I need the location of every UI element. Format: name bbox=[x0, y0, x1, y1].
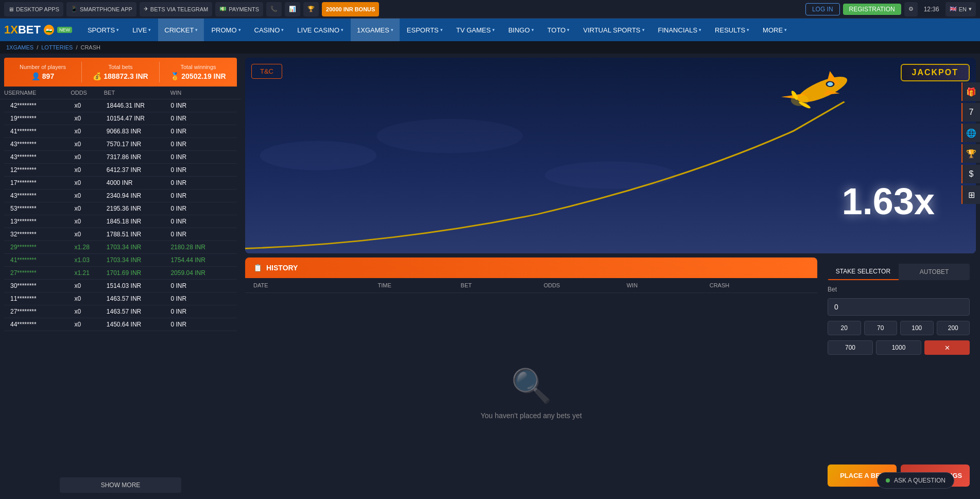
quick-bet-70[interactable]: 70 bbox=[864, 321, 898, 335]
chevron-down-icon: ▾ bbox=[747, 27, 749, 32]
cell-win: 0 INR bbox=[168, 295, 233, 302]
quick-bet-100[interactable]: 100 bbox=[900, 321, 934, 335]
nav-tv-games[interactable]: TV GAMES ▾ bbox=[450, 19, 501, 41]
nav-esports[interactable]: ESPORTS ▾ bbox=[401, 19, 449, 41]
widget-dollar[interactable]: $ bbox=[961, 165, 980, 183]
widget-grid[interactable]: ⊞ bbox=[961, 185, 980, 204]
widget-gift[interactable]: 🎁 bbox=[961, 82, 980, 101]
nav-1xgames[interactable]: 1XGAMES ▾ bbox=[351, 19, 400, 41]
bonus-btn[interactable]: 20000 INR BONUS bbox=[322, 2, 379, 16]
ask-question-label: ASK A QUESTION bbox=[894, 477, 945, 484]
quick-bet-1000[interactable]: 1000 bbox=[876, 340, 921, 355]
nav-cricket[interactable]: CRICKET ▾ bbox=[158, 19, 204, 41]
cell-username: 27******** bbox=[8, 269, 73, 277]
register-button[interactable]: REGISTRATION bbox=[843, 4, 901, 15]
chart-icon: 📊 bbox=[289, 6, 296, 12]
winnings-stat: Total winnings 🏅 20502.19 INR bbox=[160, 62, 237, 82]
cell-odds: x0 bbox=[73, 166, 105, 174]
settings-btn[interactable]: ⚙ bbox=[904, 2, 918, 16]
hist-col-odds: ODDS bbox=[544, 282, 627, 288]
desktop-apps-btn[interactable]: 🖥 DESKTOP APPS bbox=[4, 2, 63, 16]
nav-live-casino[interactable]: LIVE CASINO ▾ bbox=[291, 19, 350, 41]
chevron-down-icon: ▾ bbox=[969, 6, 972, 12]
cell-win: 2180.28 INR bbox=[168, 244, 233, 251]
language-selector[interactable]: 🇬🇧 EN ▾ bbox=[945, 2, 976, 16]
breadcrumb-lotteries[interactable]: LOTTERIES bbox=[41, 44, 73, 50]
tab-stake-selector[interactable]: STAKE SELECTOR bbox=[828, 264, 899, 280]
login-button[interactable]: LOG IN bbox=[805, 3, 840, 15]
cell-username: 41******** bbox=[8, 256, 73, 264]
cell-odds: x0 bbox=[73, 205, 105, 212]
chart-btn[interactable]: 📊 bbox=[285, 2, 300, 16]
cell-win: 0 INR bbox=[168, 179, 233, 186]
cell-bet: 18446.31 INR bbox=[105, 102, 169, 109]
history-empty: 🔍 You haven't placed any bets yet bbox=[245, 293, 817, 493]
ask-question-button[interactable]: ASK A QUESTION bbox=[877, 472, 954, 489]
show-more-button[interactable]: SHOW MORE bbox=[60, 477, 182, 493]
top-bar: 🖥 DESKTOP APPS 📱 SMARTPHONE APP ✈ BETS V… bbox=[0, 0, 980, 19]
nav-sports[interactable]: SPORTS ▾ bbox=[81, 19, 125, 41]
cell-username: 17******** bbox=[8, 179, 73, 186]
widget-seven[interactable]: 7 bbox=[961, 103, 980, 122]
quick-bets-row2: 700 1000 ✕ bbox=[828, 340, 970, 355]
cell-win: 2059.04 INR bbox=[168, 269, 233, 277]
multiplier-display: 1.63x bbox=[842, 180, 935, 222]
cell-bet: 6412.37 INR bbox=[105, 166, 169, 174]
nav-toto[interactable]: TOTO ▾ bbox=[541, 19, 576, 41]
nav-casino[interactable]: CASINO ▾ bbox=[248, 19, 290, 41]
phone-btn[interactable]: 📞 bbox=[266, 2, 282, 16]
india-flag-badge: 🇮🇳 bbox=[44, 25, 54, 35]
cell-username: 43******** bbox=[8, 192, 73, 199]
cell-odds: x0 bbox=[73, 141, 105, 148]
tab-autobet[interactable]: AUTOBET bbox=[899, 264, 970, 280]
quick-bet-20[interactable]: 20 bbox=[828, 321, 861, 335]
bets-label: Total bets bbox=[86, 64, 155, 70]
table-row: 42******** x0 18446.31 INR 0 INR bbox=[4, 99, 237, 112]
quick-bet-200[interactable]: 200 bbox=[937, 321, 970, 335]
cell-win: 0 INR bbox=[168, 205, 233, 212]
nav-financials[interactable]: FINANCIALS ▾ bbox=[652, 19, 708, 41]
cell-username: 43******** bbox=[8, 153, 73, 161]
cell-bet: 1703.34 INR bbox=[105, 244, 169, 251]
nav-virtual-sports[interactable]: VIRTUAL SPORTS ▾ bbox=[577, 19, 650, 41]
smartphone-app-btn[interactable]: 📱 SMARTPHONE APP bbox=[66, 2, 136, 16]
online-indicator bbox=[886, 478, 890, 483]
chevron-down-icon: ▾ bbox=[341, 27, 343, 32]
chevron-down-icon: ▾ bbox=[281, 27, 284, 32]
main-layout: Number of players 👤 897 Total bets 💰 188… bbox=[0, 54, 980, 497]
bet-input[interactable] bbox=[828, 298, 970, 316]
breadcrumb-1xgames[interactable]: 1XGAMES bbox=[6, 44, 33, 50]
hist-col-crash: CRASH bbox=[710, 282, 809, 288]
tc-button[interactable]: T&C bbox=[251, 64, 282, 79]
nav-bingo[interactable]: BINGO ▾ bbox=[502, 19, 540, 41]
cell-bet: 2340.94 INR bbox=[105, 192, 169, 199]
nav-promo[interactable]: PROMO ▾ bbox=[205, 19, 247, 41]
table-row: 30******** x0 1514.03 INR 0 INR bbox=[4, 280, 237, 292]
svg-point-2 bbox=[376, 119, 523, 153]
cell-odds: x0 bbox=[73, 295, 105, 302]
cell-odds: x0 bbox=[73, 231, 105, 238]
nav-more[interactable]: MORE ▾ bbox=[757, 19, 793, 41]
bets-value: 💰 188872.3 INR bbox=[86, 72, 155, 80]
trophy-btn[interactable]: 🏆 bbox=[303, 2, 319, 16]
payments-btn[interactable]: 💵 PAYMENTS bbox=[215, 2, 263, 16]
telegram-bets-btn[interactable]: ✈ BETS VIA TELEGRAM bbox=[140, 2, 212, 16]
quick-bet-700[interactable]: 700 bbox=[828, 340, 873, 355]
cell-win: 0 INR bbox=[168, 282, 233, 289]
stake-panel: STAKE SELECTOR AUTOBET Bet 20 70 100 200… bbox=[821, 257, 976, 493]
history-table-header: DATE TIME BET ODDS WIN CRASH bbox=[245, 278, 817, 293]
nav-results[interactable]: RESULTS ▾ bbox=[709, 19, 755, 41]
clock-display: 12:36 bbox=[921, 6, 942, 13]
clear-bet-button[interactable]: ✕ bbox=[924, 340, 970, 355]
bets-stat: Total bets 💰 188872.3 INR bbox=[82, 62, 160, 82]
stats-header: Number of players 👤 897 Total bets 💰 188… bbox=[4, 58, 237, 87]
chevron-down-icon: ▾ bbox=[440, 27, 443, 32]
widget-globe[interactable]: 🌐 bbox=[961, 124, 980, 142]
cell-odds: x1.28 bbox=[73, 244, 105, 251]
nav-live[interactable]: LIVE ▾ bbox=[126, 19, 157, 41]
new-badge: NEW bbox=[57, 27, 72, 33]
cell-username: 12******** bbox=[8, 166, 73, 174]
widget-trophy[interactable]: 🏆 bbox=[961, 144, 980, 163]
cell-username: 27******** bbox=[8, 308, 73, 315]
trophy-icon: 🏆 bbox=[307, 6, 315, 12]
